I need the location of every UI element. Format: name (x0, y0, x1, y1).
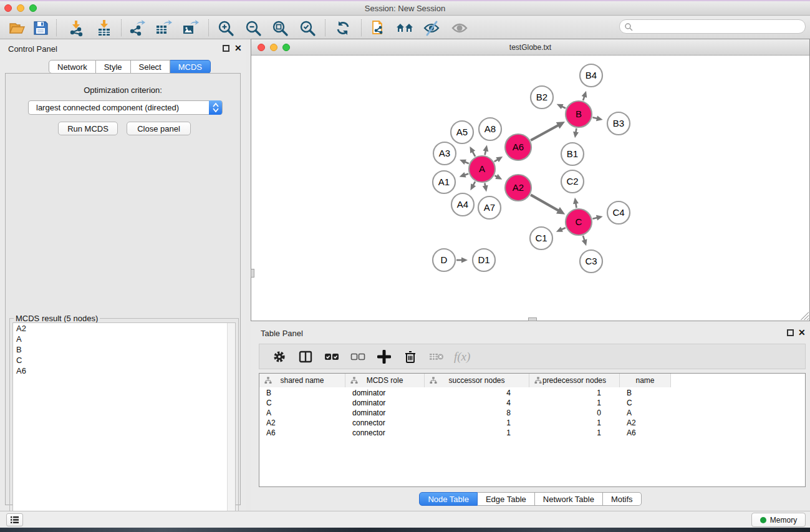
zoom-selected-icon[interactable] (298, 19, 317, 37)
table-cell[interactable]: dominator (345, 388, 425, 398)
table-cell[interactable]: A6 (620, 428, 671, 438)
table-cell[interactable]: 1 (425, 428, 529, 438)
table-cell[interactable]: dominator (345, 398, 425, 408)
memory-button[interactable]: Memory (751, 513, 806, 527)
close-panel-button[interactable]: Close panel (127, 122, 191, 135)
task-history-button[interactable] (6, 513, 23, 526)
table-row[interactable]: Adominator80A (259, 408, 796, 418)
tab-style[interactable]: Style (96, 60, 131, 74)
tab-mcds[interactable]: MCDS (170, 60, 211, 74)
table-cell[interactable]: B (259, 388, 345, 398)
window-title: Session: New Session (0, 4, 810, 13)
search-input[interactable] (633, 22, 805, 31)
export-network-icon[interactable] (128, 19, 147, 37)
table-cell[interactable]: C (259, 398, 345, 408)
delete-column-icon[interactable] (402, 348, 419, 365)
new-network-from-selection-icon[interactable] (369, 19, 388, 37)
zoom-fit-icon[interactable] (271, 19, 289, 37)
tab-edge-table[interactable]: Edge Table (478, 492, 535, 506)
hide-selection-icon[interactable] (422, 19, 441, 37)
toolbar-separator (325, 19, 325, 36)
splitter-grip[interactable] (528, 317, 537, 321)
close-table-panel-icon[interactable]: ✕ (798, 328, 806, 337)
float-panel-icon[interactable] (223, 45, 229, 52)
tab-network[interactable]: Network (49, 60, 96, 74)
graph-node-label: D1 (478, 254, 489, 265)
table-cell[interactable]: 1 (529, 388, 620, 398)
column-header-predecessor-nodes[interactable]: predecessor nodes (529, 374, 620, 387)
refresh-icon[interactable] (334, 19, 352, 37)
select-all-columns-icon[interactable] (323, 348, 340, 365)
close-panel-icon[interactable]: ✕ (234, 44, 242, 52)
table-options-gear-icon[interactable] (271, 348, 288, 365)
mcds-result-title: MCDS result (5 nodes) (14, 314, 100, 323)
table-cell[interactable]: A2 (620, 418, 671, 428)
unselect-all-columns-icon[interactable] (349, 348, 367, 365)
delete-table-icon[interactable] (428, 348, 445, 365)
column-header-successor-nodes[interactable]: successor nodes (425, 374, 529, 387)
mcds-result-list[interactable]: A2ABCA6 (12, 322, 236, 528)
graph-node-label: B2 (536, 92, 547, 102)
table-cell[interactable]: A (620, 408, 671, 418)
arrowhead-icon (460, 172, 466, 178)
import-network-icon[interactable] (67, 19, 85, 37)
table-cell[interactable]: 4 (425, 388, 529, 398)
table-cell[interactable]: connector (345, 418, 425, 428)
search-field[interactable] (619, 19, 806, 34)
table-cell[interactable]: C (620, 398, 671, 408)
table-tabs: Node TableEdge TableNetwork TableMotifs (251, 492, 810, 506)
table-cell[interactable]: 1 (529, 428, 620, 438)
table-cell[interactable]: dominator (345, 408, 425, 418)
mcds-result-item[interactable]: A2 (13, 323, 235, 334)
split-table-icon[interactable] (297, 348, 314, 365)
tab-node-table[interactable]: Node Table (419, 492, 478, 506)
table-cell[interactable]: B (620, 388, 671, 398)
table-cell[interactable]: 4 (425, 398, 529, 408)
table-cell[interactable]: connector (345, 428, 425, 438)
table-row[interactable]: A6connector11A6 (259, 428, 796, 438)
network-canvas[interactable]: AA5A8A3A1A4A7A6A2BB2B4B3B1C2CC4C1C3DD1 (251, 56, 809, 321)
mcds-result-item[interactable]: A (13, 334, 235, 344)
open-session-icon[interactable] (7, 19, 26, 37)
first-neighbors-icon[interactable] (395, 19, 414, 37)
optimization-criterion-select[interactable]: largest connected component (directed) (28, 100, 223, 115)
float-table-panel-icon[interactable] (787, 329, 794, 336)
edge-A2-C[interactable] (531, 195, 559, 211)
table-cell[interactable]: 8 (425, 408, 529, 418)
add-column-icon[interactable] (375, 348, 393, 365)
function-builder-icon[interactable]: f(x) (454, 350, 470, 364)
splitter-grip[interactable] (251, 269, 254, 278)
network-window-titlebar[interactable]: testGlobe.txt (251, 39, 809, 56)
save-session-icon[interactable] (31, 19, 50, 37)
resize-corner-handle[interactable] (801, 312, 809, 320)
table-cell[interactable]: 1 (529, 418, 620, 428)
column-header-name[interactable]: name (620, 374, 671, 387)
table-cell[interactable]: 0 (529, 408, 620, 418)
column-header-shared-name[interactable]: shared name (259, 374, 345, 387)
edge-A6-B[interactable] (531, 125, 559, 140)
mcds-result-item[interactable]: B (13, 344, 235, 355)
table-cell[interactable]: A6 (259, 428, 345, 438)
mcds-result-item[interactable]: A6 (13, 365, 235, 376)
mcds-result-item[interactable]: C (13, 355, 235, 365)
zoom-in-icon[interactable] (216, 19, 235, 37)
import-table-icon[interactable] (95, 19, 113, 37)
table-row[interactable]: Cdominator41C (259, 398, 796, 408)
zoom-out-icon[interactable] (244, 19, 263, 37)
tab-motifs[interactable]: Motifs (603, 492, 642, 506)
export-table-icon[interactable] (154, 19, 173, 37)
scrollbar-track[interactable] (227, 323, 235, 528)
tab-select[interactable]: Select (131, 60, 170, 74)
export-image-icon[interactable] (181, 19, 200, 37)
column-header-MCDS-role[interactable]: MCDS role (345, 374, 425, 387)
table-cell[interactable]: A (259, 408, 345, 418)
run-mcds-button[interactable]: Run MCDS (58, 122, 118, 135)
table-cell[interactable]: 1 (529, 398, 620, 408)
table-cell[interactable]: 1 (425, 418, 529, 428)
show-all-icon[interactable] (450, 19, 469, 37)
tab-network-table[interactable]: Network Table (535, 492, 603, 506)
table-cell[interactable]: A2 (259, 418, 345, 428)
network-graph[interactable]: AA5A8A3A1A4A7A6A2BB2B4B3B1C2CC4C1C3DD1 (251, 56, 809, 321)
table-row[interactable]: A2connector11A2 (259, 418, 796, 428)
table-row[interactable]: Bdominator41B (259, 388, 796, 398)
